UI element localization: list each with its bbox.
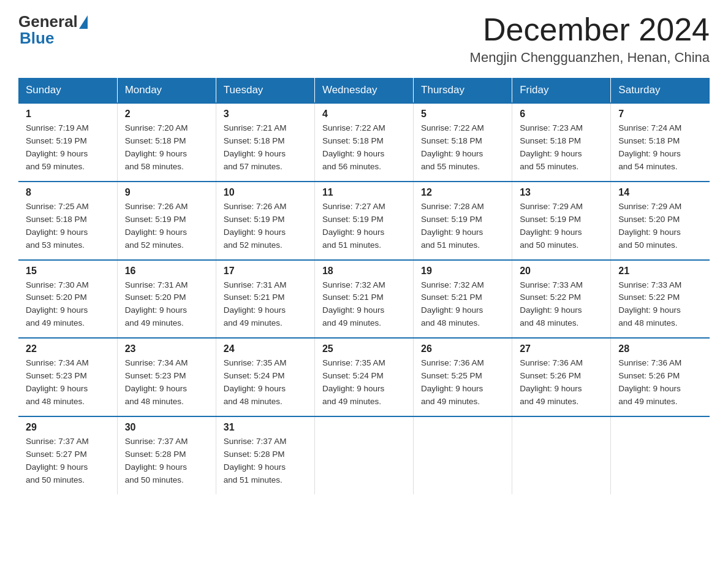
day-info: Sunrise: 7:24 AMSunset: 5:18 PMDaylight:… [618,123,681,171]
day-info: Sunrise: 7:34 AMSunset: 5:23 PMDaylight:… [26,358,89,406]
calendar-day-cell: 1 Sunrise: 7:19 AMSunset: 5:19 PMDayligh… [18,103,117,182]
calendar-day-cell: 24 Sunrise: 7:35 AMSunset: 5:24 PMDaylig… [216,338,314,416]
day-info: Sunrise: 7:32 AMSunset: 5:21 PMDaylight:… [421,280,484,328]
calendar-day-cell: 28 Sunrise: 7:36 AMSunset: 5:26 PMDaylig… [611,338,710,416]
calendar-day-cell: 23 Sunrise: 7:34 AMSunset: 5:23 PMDaylig… [117,338,216,416]
calendar-day-cell: 18 Sunrise: 7:32 AMSunset: 5:21 PMDaylig… [314,260,413,339]
day-number: 8 [26,187,110,198]
calendar-day-cell: 29 Sunrise: 7:37 AMSunset: 5:27 PMDaylig… [18,416,117,494]
calendar-day-cell: 20 Sunrise: 7:33 AMSunset: 5:22 PMDaylig… [512,260,611,339]
logo-blue-text: Blue [20,29,88,48]
day-number: 21 [618,266,702,277]
calendar-table: Sunday Monday Tuesday Wednesday Thursday… [18,78,710,494]
day-number: 26 [421,343,504,354]
day-number: 3 [224,109,307,120]
day-info: Sunrise: 7:35 AMSunset: 5:24 PMDaylight:… [322,358,385,406]
day-info: Sunrise: 7:34 AMSunset: 5:23 PMDaylight:… [125,358,188,406]
day-info: Sunrise: 7:20 AMSunset: 5:18 PMDaylight:… [125,123,188,171]
calendar-week-row: 15 Sunrise: 7:30 AMSunset: 5:20 PMDaylig… [18,260,710,339]
calendar-day-cell: 27 Sunrise: 7:36 AMSunset: 5:26 PMDaylig… [512,338,611,416]
day-number: 17 [224,266,307,277]
day-info: Sunrise: 7:37 AMSunset: 5:28 PMDaylight:… [224,437,287,484]
title-block: December 2024 Mengjin Chengguanzhen, Hen… [470,12,710,66]
calendar-day-cell: 4 Sunrise: 7:22 AMSunset: 5:18 PMDayligh… [314,103,413,182]
day-info: Sunrise: 7:27 AMSunset: 5:19 PMDaylight:… [322,202,385,250]
page-title: December 2024 [470,12,710,47]
day-info: Sunrise: 7:26 AMSunset: 5:19 PMDaylight:… [224,202,287,250]
day-number: 23 [125,343,208,354]
calendar-day-cell: 2 Sunrise: 7:20 AMSunset: 5:18 PMDayligh… [117,103,216,182]
day-info: Sunrise: 7:26 AMSunset: 5:19 PMDaylight:… [125,202,188,250]
day-number: 28 [618,343,702,354]
calendar-day-cell: 25 Sunrise: 7:35 AMSunset: 5:24 PMDaylig… [314,338,413,416]
day-number: 2 [125,109,208,120]
day-info: Sunrise: 7:25 AMSunset: 5:18 PMDaylight:… [26,202,89,250]
day-number: 25 [322,343,406,354]
day-number: 30 [125,422,208,433]
day-number: 7 [618,109,702,120]
day-info: Sunrise: 7:31 AMSunset: 5:21 PMDaylight:… [224,280,287,328]
day-number: 22 [26,343,110,354]
calendar-day-cell: 8 Sunrise: 7:25 AMSunset: 5:18 PMDayligh… [18,182,117,260]
col-thursday: Thursday [414,78,512,103]
day-info: Sunrise: 7:28 AMSunset: 5:19 PMDaylight:… [421,202,484,250]
day-number: 12 [421,187,504,198]
day-number: 14 [618,187,702,198]
page-header: General Blue December 2024 Mengjin Cheng… [18,12,710,66]
logo-wordmark: General Blue [18,12,88,48]
day-number: 15 [26,266,110,277]
calendar-day-cell [611,416,710,494]
day-info: Sunrise: 7:33 AMSunset: 5:22 PMDaylight:… [520,280,583,328]
page-subtitle: Mengjin Chengguanzhen, Henan, China [470,50,710,66]
calendar-day-cell: 15 Sunrise: 7:30 AMSunset: 5:20 PMDaylig… [18,260,117,339]
day-info: Sunrise: 7:36 AMSunset: 5:25 PMDaylight:… [421,358,484,406]
day-info: Sunrise: 7:36 AMSunset: 5:26 PMDaylight:… [520,358,583,406]
day-info: Sunrise: 7:35 AMSunset: 5:24 PMDaylight:… [224,358,287,406]
calendar-day-cell: 14 Sunrise: 7:29 AMSunset: 5:20 PMDaylig… [611,182,710,260]
calendar-day-cell: 13 Sunrise: 7:29 AMSunset: 5:19 PMDaylig… [512,182,611,260]
day-number: 18 [322,266,406,277]
day-info: Sunrise: 7:19 AMSunset: 5:19 PMDaylight:… [26,123,89,171]
calendar-day-cell: 10 Sunrise: 7:26 AMSunset: 5:19 PMDaylig… [216,182,314,260]
day-info: Sunrise: 7:37 AMSunset: 5:27 PMDaylight:… [26,437,89,484]
calendar-header-row: Sunday Monday Tuesday Wednesday Thursday… [18,78,710,103]
col-saturday: Saturday [611,78,710,103]
calendar-day-cell: 30 Sunrise: 7:37 AMSunset: 5:28 PMDaylig… [117,416,216,494]
calendar-day-cell: 16 Sunrise: 7:31 AMSunset: 5:20 PMDaylig… [117,260,216,339]
day-number: 6 [520,109,603,120]
calendar-day-cell [314,416,413,494]
calendar-day-cell: 19 Sunrise: 7:32 AMSunset: 5:21 PMDaylig… [414,260,512,339]
day-info: Sunrise: 7:36 AMSunset: 5:26 PMDaylight:… [618,358,681,406]
logo: General Blue [18,12,88,48]
col-friday: Friday [512,78,611,103]
col-tuesday: Tuesday [216,78,314,103]
col-monday: Monday [117,78,216,103]
logo-triangle-icon [79,15,88,29]
day-number: 19 [421,266,504,277]
calendar-day-cell: 5 Sunrise: 7:22 AMSunset: 5:18 PMDayligh… [414,103,512,182]
calendar-day-cell: 9 Sunrise: 7:26 AMSunset: 5:19 PMDayligh… [117,182,216,260]
calendar-day-cell: 22 Sunrise: 7:34 AMSunset: 5:23 PMDaylig… [18,338,117,416]
day-number: 10 [224,187,307,198]
day-info: Sunrise: 7:21 AMSunset: 5:18 PMDaylight:… [224,123,287,171]
calendar-week-row: 22 Sunrise: 7:34 AMSunset: 5:23 PMDaylig… [18,338,710,416]
day-info: Sunrise: 7:37 AMSunset: 5:28 PMDaylight:… [125,437,188,484]
day-info: Sunrise: 7:31 AMSunset: 5:20 PMDaylight:… [125,280,188,328]
calendar-day-cell: 11 Sunrise: 7:27 AMSunset: 5:19 PMDaylig… [314,182,413,260]
calendar-day-cell: 6 Sunrise: 7:23 AMSunset: 5:18 PMDayligh… [512,103,611,182]
day-number: 11 [322,187,406,198]
day-number: 13 [520,187,603,198]
col-sunday: Sunday [18,78,117,103]
day-info: Sunrise: 7:33 AMSunset: 5:22 PMDaylight:… [618,280,681,328]
calendar-day-cell: 31 Sunrise: 7:37 AMSunset: 5:28 PMDaylig… [216,416,314,494]
calendar-day-cell: 3 Sunrise: 7:21 AMSunset: 5:18 PMDayligh… [216,103,314,182]
day-number: 16 [125,266,208,277]
day-number: 20 [520,266,603,277]
calendar-day-cell [414,416,512,494]
calendar-day-cell: 17 Sunrise: 7:31 AMSunset: 5:21 PMDaylig… [216,260,314,339]
calendar-day-cell [512,416,611,494]
day-number: 31 [224,422,307,433]
calendar-day-cell: 26 Sunrise: 7:36 AMSunset: 5:25 PMDaylig… [414,338,512,416]
calendar-day-cell: 7 Sunrise: 7:24 AMSunset: 5:18 PMDayligh… [611,103,710,182]
day-number: 27 [520,343,603,354]
